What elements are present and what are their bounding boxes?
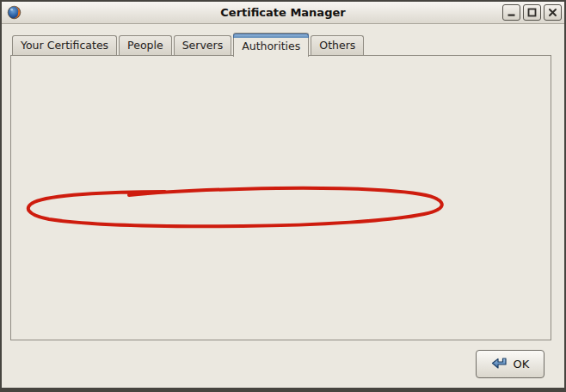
title-bar: Certificate Manager [2, 2, 564, 24]
tab-authorities[interactable]: Authorities [233, 33, 309, 57]
maximize-icon [527, 8, 537, 17]
tab-others[interactable]: Others [311, 35, 364, 55]
enter-arrow-icon [491, 358, 508, 371]
certificate-manager-window: Certificate Manager Your Certificates Pe… [0, 0, 566, 392]
tab-panel [10, 55, 551, 340]
window-title: Certificate Manager [2, 6, 564, 19]
ok-button[interactable]: OK [476, 350, 544, 378]
minimize-icon [507, 8, 516, 17]
tab-people[interactable]: People [119, 35, 172, 55]
tab-your-certificates[interactable]: Your Certificates [12, 35, 117, 55]
minimize-button[interactable] [502, 4, 520, 21]
tab-servers[interactable]: Servers [174, 35, 232, 55]
close-button[interactable] [544, 4, 562, 21]
tab-bar: Your Certificates People Servers Authori… [12, 33, 366, 57]
close-icon [548, 8, 557, 17]
maximize-button[interactable] [523, 4, 541, 21]
ok-label: OK [514, 358, 530, 371]
